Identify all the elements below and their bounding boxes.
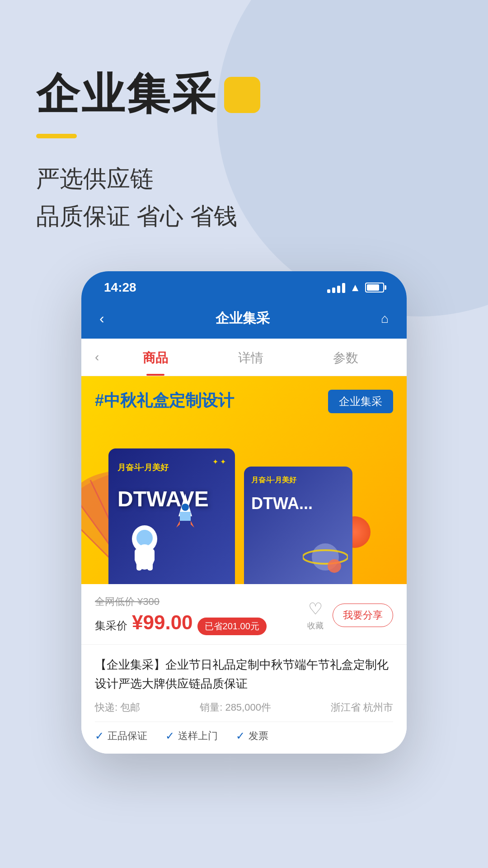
svg-marker-20 bbox=[191, 521, 194, 528]
planet-ring-icon bbox=[303, 534, 348, 580]
heart-icon: ♡ bbox=[308, 599, 323, 618]
product-title-tag: #中秋礼盒定制设计 bbox=[95, 390, 234, 412]
product-meta: 快递: 包邮 销量: 285,000件 浙江省 杭州市 bbox=[95, 701, 393, 714]
signal-icon bbox=[327, 282, 345, 293]
guarantee-label-2: 送样上门 bbox=[178, 729, 218, 743]
subtitle-line1: 严选供应链 bbox=[36, 160, 452, 198]
rocket-icon bbox=[172, 494, 199, 530]
guarantee-label-1: 正品保证 bbox=[108, 729, 147, 743]
svg-rect-18 bbox=[180, 512, 191, 521]
hero-subtitle: 严选供应链 品质保证 省心 省钱 bbox=[36, 160, 452, 235]
tab-product[interactable]: 商品 bbox=[108, 339, 203, 376]
guarantees: ✓ 正品保证 ✓ 送样上门 ✓ 发票 bbox=[95, 722, 393, 743]
svg-rect-12 bbox=[136, 561, 142, 571]
svg-point-21 bbox=[182, 504, 189, 511]
status-bar: 14:28 ▲ bbox=[81, 271, 407, 302]
guarantee-item-authentic: ✓ 正品保证 bbox=[95, 729, 147, 743]
nav-back-icon[interactable]: ‹ bbox=[99, 310, 104, 327]
tab-bar: ‹ 商品 详情 参数 bbox=[81, 339, 407, 376]
yellow-square-decoration bbox=[224, 77, 260, 113]
nav-bar: ‹ 企业集采 ⌂ bbox=[81, 302, 407, 339]
price-actions: ♡ 收藏 我要分享 bbox=[307, 599, 393, 631]
original-price: 全网低价 ¥300 bbox=[95, 595, 267, 609]
svg-rect-13 bbox=[147, 561, 153, 571]
group-price-label: 集采价 bbox=[95, 618, 127, 633]
check-icon-3: ✓ bbox=[236, 730, 245, 742]
favorite-label: 收藏 bbox=[307, 620, 324, 631]
svg-point-8 bbox=[136, 530, 153, 546]
share-button[interactable]: 我要分享 bbox=[333, 604, 393, 627]
product-name: 【企业集采】企业节日礼品定制中秋节端午节礼盒定制化设计严选大牌供应链品质保证 bbox=[95, 656, 393, 693]
status-icons: ▲ bbox=[327, 281, 384, 294]
shipping-info: 快递: 包邮 bbox=[95, 701, 140, 714]
favorite-button[interactable]: ♡ 收藏 bbox=[307, 599, 324, 631]
phone-mockup: 14:28 ▲ ‹ 企业集采 ⌂ ‹ bbox=[81, 271, 407, 753]
check-icon-2: ✓ bbox=[165, 730, 174, 742]
nav-home-icon[interactable]: ⌂ bbox=[381, 311, 389, 326]
hero-title: 企业集采 bbox=[36, 72, 217, 116]
location-info: 浙江省 杭州市 bbox=[331, 701, 393, 714]
yellow-line-decoration bbox=[36, 134, 77, 138]
astronaut-icon bbox=[122, 521, 167, 575]
svg-rect-11 bbox=[148, 549, 155, 562]
tab-back-icon[interactable]: ‹ bbox=[95, 341, 108, 373]
product-box-text-right: DTWA... bbox=[244, 494, 352, 513]
hero-title-row: 企业集采 bbox=[36, 72, 452, 116]
status-time: 14:28 bbox=[104, 280, 136, 295]
battery-icon bbox=[365, 283, 384, 292]
subtitle-line2: 品质保证 省心 省钱 bbox=[36, 198, 452, 235]
tab-params[interactable]: 参数 bbox=[298, 339, 393, 376]
phone-section: 14:28 ▲ ‹ 企业集采 ⌂ ‹ bbox=[0, 271, 488, 780]
hero-section: 企业集采 严选供应链 品质保证 省心 省钱 bbox=[0, 0, 488, 235]
nav-title: 企业集采 bbox=[216, 309, 270, 328]
wifi-icon: ▲ bbox=[350, 281, 361, 294]
sales-info: 销量: 285,000件 bbox=[200, 701, 271, 714]
check-icon-1: ✓ bbox=[95, 730, 104, 742]
price-section: 全网低价 ¥300 集采价 ¥99.00 已省201.00元 ♡ 收藏 我要分享 bbox=[81, 584, 407, 645]
saved-badge: 已省201.00元 bbox=[197, 618, 267, 635]
svg-rect-10 bbox=[135, 549, 141, 562]
group-price: ¥99.00 bbox=[132, 611, 193, 634]
box-subtitle-right: 月奋斗·月美好 bbox=[244, 467, 352, 494]
guarantee-label-3: 发票 bbox=[249, 729, 268, 743]
svg-marker-19 bbox=[176, 521, 180, 528]
enterprise-badge: 企业集采 bbox=[328, 390, 393, 413]
tab-details[interactable]: 详情 bbox=[203, 339, 298, 376]
product-description: 【企业集采】企业节日礼品定制中秋节端午节礼盒定制化设计严选大牌供应链品质保证 快… bbox=[81, 645, 407, 753]
svg-point-16 bbox=[328, 559, 341, 573]
guarantee-item-invoice: ✓ 发票 bbox=[236, 729, 268, 743]
guarantee-item-sample: ✓ 送样上门 bbox=[165, 729, 218, 743]
product-image-area: 企业集采 #中秋礼盒定制设计 bbox=[81, 376, 407, 584]
stars-decoration: ✦ ✦ bbox=[212, 458, 226, 466]
box-subtitle-left: 月奋斗·月美好 bbox=[108, 448, 235, 486]
